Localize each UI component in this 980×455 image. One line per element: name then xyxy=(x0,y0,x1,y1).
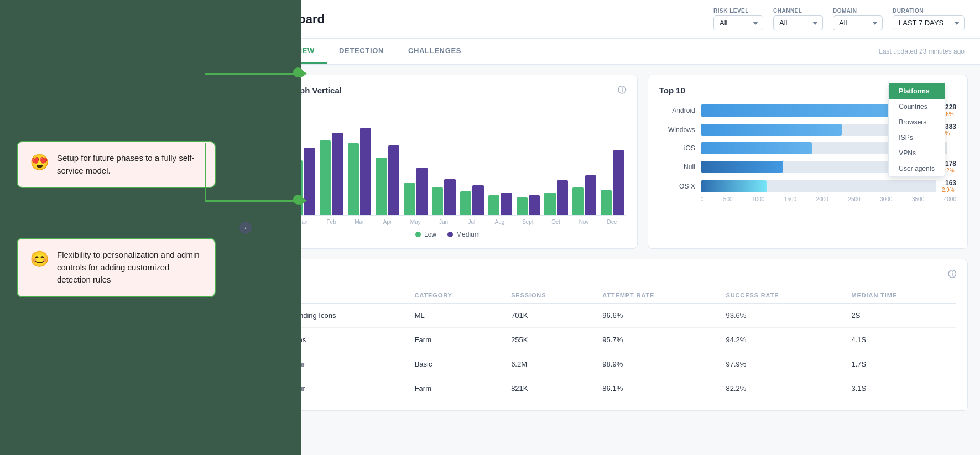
dashboard-body: Bar Graph Vertical ⓘ 1000 800 600 400 20… xyxy=(246,65,980,455)
x-tick-1000: 1000 xyxy=(752,196,764,202)
connector-dot-top xyxy=(293,67,303,77)
bar-medium-nov xyxy=(585,175,596,215)
legend-medium-dot xyxy=(447,232,453,237)
h-bar-track-osx xyxy=(701,180,936,192)
sidebar-collapse-button[interactable]: ‹ xyxy=(239,222,252,234)
platform-tab-countries[interactable]: Countries xyxy=(889,99,945,114)
filter-domain-label: DOMAIN xyxy=(833,8,883,14)
filter-domain-select[interactable]: All xyxy=(833,15,883,30)
bar-medium-jun xyxy=(444,179,455,215)
platform-tab-user-agents[interactable]: User agents xyxy=(889,161,945,176)
cell-category: ML xyxy=(408,304,504,328)
bar-group-nov xyxy=(571,175,598,215)
filter-duration-select[interactable]: LAST 7 DAYS xyxy=(893,15,965,30)
tab-challenges[interactable]: CHALLENGES xyxy=(396,39,473,64)
cell-sessions: 6.2M xyxy=(504,352,596,376)
platform-tab-platforms[interactable]: Platforms xyxy=(889,83,945,99)
legend-medium: Medium xyxy=(447,231,480,238)
cell-attempt-rate: 95.7% xyxy=(596,328,719,352)
filter-duration: DURATION LAST 7 DAYS xyxy=(893,8,965,30)
bar-medium-mar xyxy=(360,128,371,215)
x-tick-0: 0 xyxy=(701,196,704,202)
bar-medium-jul xyxy=(472,185,483,215)
platform-tab-browsers[interactable]: Browsers xyxy=(889,114,945,130)
x-tick-2000: 2000 xyxy=(816,196,828,202)
table-row: PenguinsFarm255K95.7%94.2%4.1S xyxy=(269,328,956,352)
bar-low-dec xyxy=(601,190,612,215)
col-category: CATEGORY xyxy=(408,287,504,304)
bar-chart-title-row: Bar Graph Vertical ⓘ xyxy=(269,85,626,96)
platform-tabs-dropdown: Platforms Countries Browsers ISPs VPNs U… xyxy=(888,83,945,177)
bar-chart-area: 1000 800 600 400 200 0 JanFebMarAprMayJu… xyxy=(269,103,626,225)
x-tick-3000: 3000 xyxy=(880,196,892,202)
cell-sessions: 701K xyxy=(504,304,596,328)
connector-line-top xyxy=(205,73,301,75)
left-overlay: 😍 Setup for future phases to a fully sel… xyxy=(0,0,301,455)
col-sessions: SESSIONS xyxy=(504,287,596,304)
h-bar-value-null: 178 xyxy=(945,160,956,168)
cell-success-rate: 93.6% xyxy=(719,304,845,328)
puzzles-info-icon[interactable]: ⓘ xyxy=(948,269,956,280)
bar-low-nov xyxy=(572,187,583,215)
cell-median-time: 2S xyxy=(845,304,956,328)
table-row: Dice PairFarm821K86.1%82.2%3.1S xyxy=(269,376,956,401)
x-label-dec: Dec xyxy=(598,219,626,225)
h-bar-label-android: Android xyxy=(659,107,695,114)
x-label-jun: Jun xyxy=(430,219,458,225)
h-bar-fill-osx xyxy=(701,180,767,192)
puzzles-table: NAME CATEGORY SESSIONS ATTEMPT RATE SUCC… xyxy=(269,287,956,400)
bar-medium-may xyxy=(416,168,428,215)
h-bar-label-ios: iOS xyxy=(659,144,695,152)
h-bar-label-windows: Windows xyxy=(659,126,695,134)
bar-medium-apr xyxy=(388,145,399,215)
bar-medium-aug xyxy=(501,193,512,215)
cell-category: Farm xyxy=(408,376,504,401)
tab-detection[interactable]: DETECTION xyxy=(327,39,396,64)
top10-card: Top 10 ⓘ Platforms Countries Browsers IS… xyxy=(648,75,968,249)
filter-domain: DOMAIN All xyxy=(833,8,883,30)
bar-low-jul xyxy=(460,191,471,215)
tooltip-card-2: 😊 Flexibility to personalization and adm… xyxy=(17,238,216,297)
top10-title: Top 10 xyxy=(659,86,685,95)
bar-chart-inner: JanFebMarAprMayJunJulAugSeptOctNovDec xyxy=(289,103,626,225)
cell-attempt-rate: 86.1% xyxy=(596,376,719,401)
bar-low-jun xyxy=(432,187,443,215)
header: Dashboard RISK LEVEL All CHANNEL All DOM… xyxy=(246,0,980,39)
x-label-apr: Apr xyxy=(373,219,402,225)
bar-group-oct xyxy=(543,180,570,215)
x-label-may: May xyxy=(402,219,430,225)
cell-success-rate: 97.9% xyxy=(719,352,845,376)
table-row: Confounding IconsML701K96.6%93.6%2S xyxy=(269,304,956,328)
cell-sessions: 255K xyxy=(504,328,596,352)
col-attempt-rate: ATTEMPT RATE xyxy=(596,287,719,304)
bar-chart-info-icon[interactable]: ⓘ xyxy=(618,85,626,96)
h-bar-fill-null xyxy=(701,161,783,173)
filter-channel: CHANNEL All xyxy=(773,8,823,30)
main-content: Dashboard RISK LEVEL All CHANNEL All DOM… xyxy=(246,0,980,455)
h-bar-fill-windows xyxy=(701,124,842,136)
legend-low-label: Low xyxy=(424,231,436,238)
tooltip-text-2: Flexibility to personalization and admin… xyxy=(57,249,202,286)
connector-line-bottom-h xyxy=(205,200,301,202)
bar-medium-dec xyxy=(613,150,624,215)
emoji-1: 😍 xyxy=(30,153,49,171)
x-tick-500: 500 xyxy=(723,196,733,202)
cell-median-time: 3.1S xyxy=(845,376,956,401)
bar-group-feb xyxy=(318,133,345,215)
platform-tab-vpns[interactable]: VPNs xyxy=(889,145,945,161)
platform-tab-isps[interactable]: ISPs xyxy=(889,130,945,145)
tooltip-card-1: 😍 Setup for future phases to a fully sel… xyxy=(17,141,216,188)
filter-risk-select[interactable]: All xyxy=(713,15,763,30)
legend-low: Low xyxy=(415,231,436,238)
filter-channel-select[interactable]: All xyxy=(773,15,823,30)
cell-sessions: 821K xyxy=(504,376,596,401)
legend-medium-label: Medium xyxy=(456,231,480,238)
x-axis-labels: JanFebMarAprMayJunJulAugSeptOctNovDec xyxy=(289,219,626,225)
bar-low-oct xyxy=(544,193,555,215)
h-bar-x-axis: 0 500 1000 1500 2000 2500 3000 3500 4000 xyxy=(701,196,956,202)
charts-row: Bar Graph Vertical ⓘ 1000 800 600 400 20… xyxy=(258,75,968,249)
x-label-nov: Nov xyxy=(570,219,598,225)
x-tick-4000: 4000 xyxy=(944,196,956,202)
bar-medium-sept xyxy=(529,195,540,215)
cell-category: Basic xyxy=(408,352,504,376)
